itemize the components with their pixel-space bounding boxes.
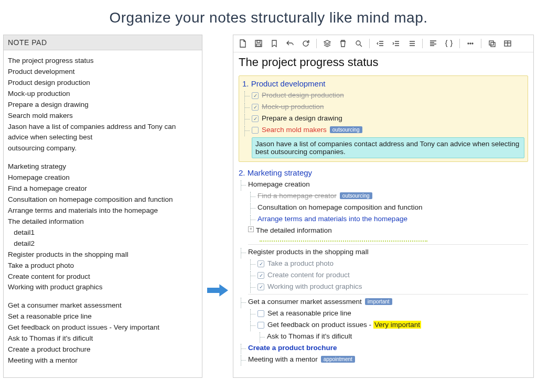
more-icon[interactable]: [463, 37, 478, 50]
notepad-line[interactable]: Search mold makers: [8, 111, 198, 122]
tag-appointment[interactable]: appointment: [321, 356, 355, 363]
notepad-line[interactable]: Take a product photo: [8, 260, 198, 271]
item-label[interactable]: Arrange terms and materials into the hom…: [257, 215, 528, 223]
highlight: Very important: [373, 321, 421, 329]
item-label[interactable]: Homepage creation: [248, 180, 528, 188]
section-header[interactable]: 2. Marketing strategy: [239, 167, 528, 179]
tag-important[interactable]: important: [365, 298, 392, 305]
item-label[interactable]: Search mold makersoutsourcing: [262, 126, 524, 134]
braces-icon[interactable]: [442, 37, 456, 50]
section-product-development[interactable]: 1. Product development Product design pr…: [239, 75, 528, 162]
item-label[interactable]: Get feedback on product issues - Very im…: [267, 321, 528, 329]
notepad-line[interactable]: Mock-up production: [8, 89, 198, 100]
divider: [248, 294, 528, 295]
notepad-line[interactable]: Get feedback on product issues - Very im…: [8, 322, 198, 333]
new-icon[interactable]: [235, 37, 250, 50]
notepad-line[interactable]: Jason have a list of companies address a…: [8, 122, 198, 144]
save-icon[interactable]: [251, 37, 266, 50]
item-label[interactable]: Ask to Thomas if it's dificult: [267, 332, 528, 340]
checkbox[interactable]: [257, 310, 264, 317]
main-layout: NOTE PAD The project progress statusProd…: [0, 35, 537, 378]
table-icon[interactable]: [500, 37, 515, 50]
notepad-line[interactable]: Product development: [8, 67, 198, 78]
outline-panel: The project progress status 1. Product d…: [233, 35, 534, 378]
notepad-line[interactable]: The detailed information: [8, 216, 198, 227]
item-label[interactable]: Meeting with a mentorappointment: [248, 355, 528, 363]
toolbar-separator: [459, 39, 460, 48]
notepad-line[interactable]: detail1: [8, 227, 198, 238]
notepad-line[interactable]: Consultation on homepage composition and…: [8, 194, 198, 205]
item-label[interactable]: Get a consumer market assessmentimportan…: [248, 298, 528, 306]
svg-point-7: [472, 43, 473, 44]
notepad-line[interactable]: Working with product graphics: [8, 282, 198, 293]
svg-point-5: [468, 43, 469, 44]
outline-title[interactable]: The project progress status: [233, 52, 533, 73]
item-label[interactable]: Create a product brochure: [248, 344, 528, 352]
notepad-line[interactable]: detail2: [8, 238, 198, 249]
svg-rect-9: [491, 42, 495, 47]
item-label[interactable]: Prepare a design drawing: [262, 114, 524, 122]
item-label[interactable]: Product design production: [262, 91, 524, 99]
notepad-line[interactable]: Create a product brochure: [8, 344, 198, 355]
item-label[interactable]: The detailed information: [256, 226, 528, 234]
notepad-line[interactable]: Marketing strategy: [8, 161, 198, 172]
note-box[interactable]: Jason have a list of companies contact a…: [252, 137, 524, 158]
section-header[interactable]: 1. Product development: [242, 78, 524, 90]
notepad-line[interactable]: The project progress status: [8, 56, 198, 67]
notepad-line[interactable]: Get a consumer market assessment: [8, 300, 198, 311]
search-icon[interactable]: [351, 37, 366, 50]
trash-icon[interactable]: [336, 37, 350, 50]
item-label[interactable]: Consultation on homepage composition and…: [257, 203, 528, 211]
undo-icon[interactable]: [283, 37, 297, 50]
layers-icon[interactable]: [320, 37, 335, 50]
notepad-body[interactable]: The project progress statusProduct devel…: [4, 50, 202, 374]
copy-icon[interactable]: [485, 37, 499, 50]
notepad-line[interactable]: Meeting with a mentor: [8, 355, 198, 366]
checkbox[interactable]: [257, 260, 264, 267]
svg-rect-8: [489, 41, 493, 45]
item-label[interactable]: Set a reasonable price line: [267, 309, 528, 317]
list-icon[interactable]: [404, 37, 419, 50]
tag-outsourcing[interactable]: outsourcing: [340, 192, 372, 199]
item-label[interactable]: Mock-up production: [262, 103, 524, 111]
notepad-line[interactable]: outsourcing company.: [8, 143, 198, 154]
notepad-line[interactable]: Arrange terms and materials into the hom…: [8, 205, 198, 216]
item-label[interactable]: Register products in the shopping mall: [248, 248, 528, 256]
notepad-line[interactable]: Homepage creation: [8, 172, 198, 183]
refresh-icon[interactable]: [298, 37, 313, 50]
arrow-icon: [207, 35, 229, 378]
collapsed-indicator: [260, 239, 427, 242]
item-label[interactable]: Create content for product: [267, 271, 528, 279]
divider: [248, 244, 528, 245]
notepad-line[interactable]: Set a reasonable price line: [8, 311, 198, 322]
section-marketing-strategy[interactable]: 2. Marketing strategy Homepage creation …: [239, 167, 528, 366]
item-label[interactable]: Find a homepage creatoroutsourcing: [257, 192, 528, 200]
checkbox[interactable]: [257, 284, 264, 290]
item-label[interactable]: Working with product graphics: [267, 282, 528, 290]
align-left-icon[interactable]: [426, 37, 441, 50]
checkbox[interactable]: [257, 322, 264, 329]
svg-rect-3: [256, 44, 261, 46]
checkbox[interactable]: [257, 272, 264, 279]
toolbar-separator: [316, 39, 317, 48]
svg-marker-0: [207, 284, 228, 296]
checkbox[interactable]: [252, 127, 259, 134]
expand-icon[interactable]: +: [248, 226, 254, 232]
outdent-icon[interactable]: [373, 37, 388, 50]
notepad-line[interactable]: Ask to Thomas if it's dificult: [8, 333, 198, 344]
notepad-line[interactable]: Prepare a design drawing: [8, 100, 198, 111]
indent-icon[interactable]: [389, 37, 403, 50]
notepad-line[interactable]: Create content for product: [8, 271, 198, 282]
notepad-line[interactable]: Product design production: [8, 78, 198, 89]
bookmark-icon[interactable]: [267, 37, 282, 50]
checkbox[interactable]: [252, 115, 259, 122]
checkbox[interactable]: [252, 92, 259, 99]
item-label[interactable]: Take a product photo: [267, 259, 528, 267]
notepad-line[interactable]: Register products in the shopping mall: [8, 249, 198, 260]
toolbar-separator: [369, 39, 370, 48]
tag-outsourcing[interactable]: outsourcing: [330, 126, 362, 133]
svg-point-6: [470, 43, 471, 44]
notepad-line[interactable]: Find a homepage creator: [8, 183, 198, 194]
notepad-title: NOTE PAD: [4, 35, 202, 50]
checkbox[interactable]: [252, 104, 259, 111]
